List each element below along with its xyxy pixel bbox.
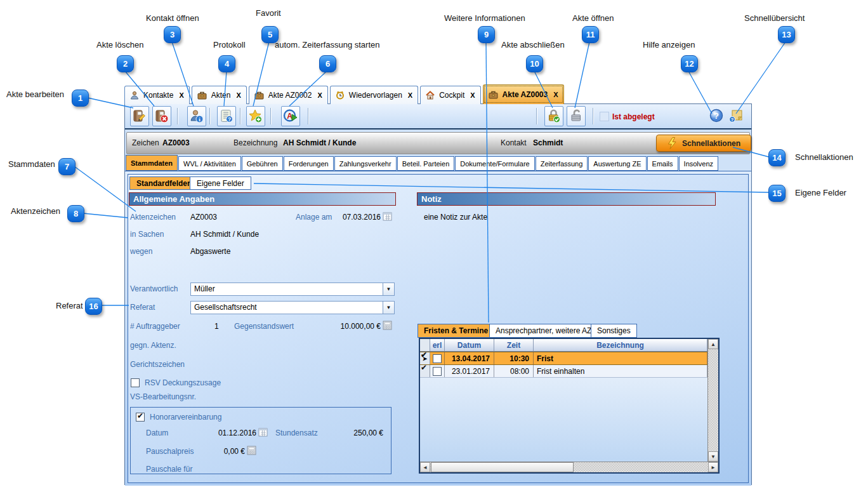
calendar-icon[interactable] — [258, 427, 268, 437]
datum-cell[interactable]: 13.04.2017 — [445, 352, 494, 364]
pauschalpreis-value[interactable]: 0,00 € — [201, 447, 245, 456]
vertical-scrollbar[interactable]: ▲ ▼ — [707, 339, 718, 462]
scrollbar-thumb[interactable] — [431, 462, 574, 472]
datum-cell[interactable]: 23.01.2017 — [445, 365, 494, 377]
akte-oeffnen-button[interactable] — [567, 106, 586, 126]
zeit-cell[interactable]: 10:30 — [494, 352, 534, 364]
zeit-cell[interactable]: 08:00 — [494, 365, 534, 377]
anlage-am-value[interactable]: 07.03.2016 — [338, 213, 381, 222]
in-sachen-value[interactable]: AH Schmidt / Kunde — [190, 230, 259, 239]
table-row[interactable]: 23.01.2017 08:00 Frist einhalten — [420, 365, 707, 378]
honorarvereinbarung-checkbox[interactable] — [136, 413, 145, 422]
briefcase-icon — [254, 91, 264, 100]
callout-label-5: Favorit — [256, 8, 281, 18]
notiz-text[interactable]: eine Notiz zur Akte — [424, 213, 487, 222]
akte-bearbeiten-button[interactable] — [130, 106, 149, 126]
autom-zeiterfassung-starten-button[interactable]: A — [281, 106, 300, 126]
scroll-up-icon[interactable]: ▲ — [708, 339, 718, 349]
briefcase-icon — [489, 90, 498, 99]
ist-abgelegt-label: Ist abgelegt — [612, 112, 655, 121]
maintab-insolvenz[interactable]: Insolvenz — [679, 156, 718, 171]
erl-cell[interactable] — [430, 352, 445, 364]
tab-kontakte[interactable]: Kontakte X — [124, 86, 190, 104]
col-datum[interactable]: Datum — [445, 339, 494, 351]
maintab-wvl-aktivitaeten[interactable]: WVL / Aktivitäten — [178, 156, 241, 171]
hilfe-anzeigen-button[interactable]: ? — [707, 106, 727, 126]
chevron-down-icon[interactable]: ▼ — [383, 283, 395, 296]
horizontal-scrollbar[interactable]: ◄ ► — [420, 462, 718, 472]
tab-close-icon[interactable]: X — [236, 91, 240, 99]
scroll-down-icon[interactable]: ▼ — [708, 451, 718, 462]
erl-checkbox[interactable] — [433, 367, 442, 376]
main-tabstrip: Stammdaten WVL / Aktivitäten Gebühren Fo… — [125, 154, 751, 171]
scroll-left-icon[interactable]: ◄ — [420, 462, 430, 472]
toolbar-separator — [177, 108, 178, 124]
subtab-eigene-felder[interactable]: Eigene Felder — [190, 176, 251, 190]
col-zeit[interactable]: Zeit — [494, 339, 534, 351]
erl-checkbox[interactable] — [433, 354, 442, 363]
notiz-header: Notiz — [417, 192, 716, 206]
aktenzeichen-value[interactable]: AZ0003 — [190, 213, 217, 222]
calendar-icon[interactable] — [383, 211, 392, 221]
akte-loeschen-button[interactable] — [152, 106, 171, 126]
maintab-emails[interactable]: Emails — [647, 156, 678, 171]
fristen-tab-fristen-termine[interactable]: Fristen & Termine — [418, 324, 494, 338]
fristen-tab-sonstiges[interactable]: Sonstiges — [591, 324, 637, 338]
tab-close-icon[interactable]: X — [179, 91, 183, 99]
bezeichnung-value: AH Schmidt / Kunde — [283, 138, 356, 147]
col-bezeichnung[interactable]: Bezeichnung — [534, 339, 707, 351]
calculator-icon[interactable] — [247, 446, 256, 455]
gegenstandswert-label: Gegenstandswert — [234, 322, 294, 331]
kontakt-oeffnen-button[interactable]: i — [187, 106, 206, 126]
scroll-right-icon[interactable]: ► — [708, 462, 718, 472]
tab-cockpit[interactable]: Cockpit X — [420, 86, 480, 104]
rsv-deckungszusage-checkbox[interactable] — [131, 378, 140, 387]
verantwortlich-combobox[interactable]: Müller ▼ — [190, 283, 395, 296]
wegen-value[interactable]: Abgaswerte — [190, 247, 230, 256]
case-header-bar: Zeichen AZ0003 Bezeichnung AH Schmidt / … — [126, 132, 750, 154]
tab-close-icon[interactable]: X — [408, 91, 412, 99]
bezeichnung-cell[interactable]: Frist einhalten — [534, 365, 707, 377]
erl-cell[interactable] — [430, 365, 445, 377]
verantwortlich-value[interactable]: Müller — [190, 283, 383, 296]
schnellaktionen-label: Schnellaktionen — [682, 139, 740, 148]
auftraggeber-value[interactable]: 1 — [214, 322, 219, 331]
callout-badge-13: 13 — [778, 26, 795, 43]
referat-combobox[interactable]: Gesellschaftsrecht ▼ — [190, 301, 395, 314]
gegenstandswert-value[interactable]: 10.000,00 € — [319, 322, 381, 331]
protokoll-button[interactable]: ? — [217, 106, 236, 126]
chevron-down-icon[interactable]: ▼ — [383, 301, 395, 314]
schnelluebersicht-button[interactable]: ? — [727, 106, 746, 126]
toolbar-separator — [593, 108, 593, 124]
aktenzeichen-label: Aktenzeichen — [130, 213, 176, 222]
subtab-standardfelder[interactable]: Standardfelder — [129, 176, 197, 190]
schnellaktionen-button[interactable]: Schnellaktionen — [656, 135, 751, 152]
tab-akte-az0003-active[interactable]: Akte AZ0003 X — [483, 84, 564, 104]
referat-value[interactable]: Gesellschaftsrecht — [190, 301, 383, 314]
bezeichnung-cell[interactable]: Frist — [534, 352, 707, 364]
datum-value[interactable]: 01.12.2016 — [201, 429, 256, 437]
col-erl[interactable]: erl — [430, 339, 445, 351]
calculator-icon[interactable] — [383, 321, 392, 330]
maintab-gebuehren[interactable]: Gebühren — [242, 156, 283, 171]
favorit-button[interactable] — [246, 106, 265, 126]
table-row-selected[interactable]: ➤ 13.04.2017 10:30 Frist — [420, 352, 707, 365]
maintab-beteil-parteien[interactable]: Beteil. Parteien — [397, 156, 455, 171]
maintab-forderungen[interactable]: Forderungen — [284, 156, 334, 171]
tab-akten[interactable]: Akten X — [192, 86, 247, 104]
maintab-zeiterfassung[interactable]: Zeiterfassung — [536, 156, 588, 171]
maintab-dokumente-formulare[interactable]: Dokumente/Formulare — [455, 156, 534, 171]
maintab-zahlungsverkehr[interactable]: Zahlungsverkehr — [334, 156, 397, 171]
maintab-stammdaten[interactable]: Stammdaten — [126, 155, 178, 171]
callout-badge-3: 3 — [164, 26, 181, 43]
fristen-tab-ansprechpartner[interactable]: Ansprechpartner, weitere AZ — [489, 324, 598, 338]
akte-abschliessen-button[interactable] — [544, 106, 563, 126]
tab-close-icon[interactable]: X — [470, 91, 475, 99]
stundensatz-value[interactable]: 250,00 € — [332, 429, 383, 437]
ist-abgelegt-checkbox[interactable] — [600, 112, 609, 121]
maintab-auswertung-ze[interactable]: Auswertung ZE — [588, 156, 646, 171]
tab-wiedervorlagen[interactable]: Wiedervorlagen X — [330, 86, 418, 104]
tab-akte-az0002[interactable]: Akte AZ0002 X — [249, 86, 328, 104]
tab-close-icon[interactable]: X — [317, 91, 322, 99]
tab-close-icon[interactable]: X — [553, 91, 558, 98]
